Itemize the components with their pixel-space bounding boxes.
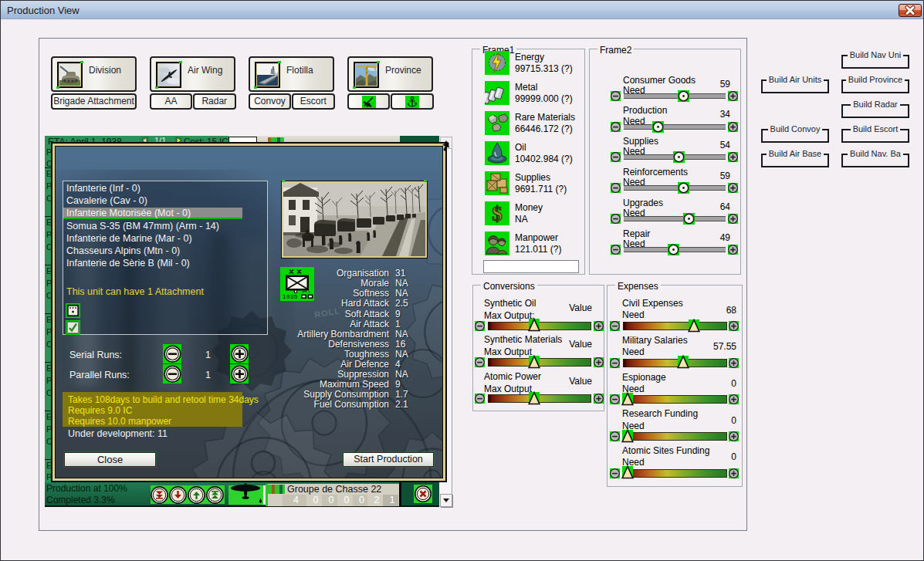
- svg-text:$: $: [492, 202, 503, 225]
